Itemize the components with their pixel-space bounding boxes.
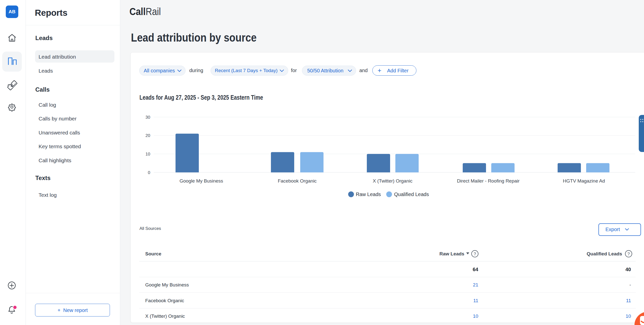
svg-text:Raw Leads: Raw Leads — [356, 192, 381, 197]
svg-text:Google My Business: Google My Business — [180, 178, 223, 184]
svg-text:20: 20 — [145, 133, 150, 138]
svg-text:Facebook Organic: Facebook Organic — [278, 178, 316, 184]
svg-text:0: 0 — [148, 170, 150, 175]
svg-text:Direct Mailer - Roofing Repair: Direct Mailer - Roofing Repair — [457, 178, 520, 184]
svg-text:X (Twitter) Organic: X (Twitter) Organic — [373, 178, 412, 184]
svg-text:30: 30 — [145, 115, 150, 120]
svg-text:HGTV Magazine Ad: HGTV Magazine Ad — [563, 178, 605, 184]
svg-text:Qualified Leads: Qualified Leads — [394, 192, 429, 197]
svg-text:?: ? — [474, 252, 476, 256]
svg-text:?: ? — [627, 252, 630, 256]
svg-text:10: 10 — [145, 152, 150, 156]
